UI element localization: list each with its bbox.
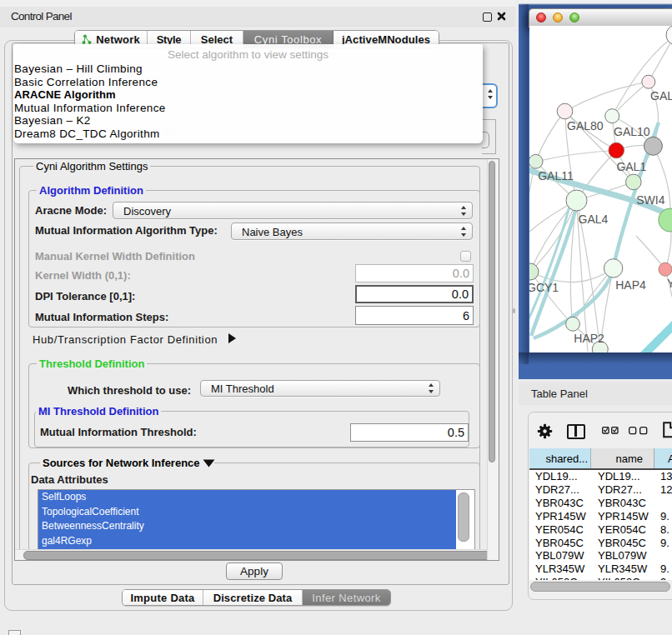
svg-text:Y: Y [667, 277, 672, 290]
svg-text:GAL1: GAL1 [616, 160, 646, 173]
svg-text:GAL: GAL [650, 89, 672, 102]
svg-text:GAL11: GAL11 [538, 169, 574, 182]
svg-text:HAP2: HAP2 [574, 332, 604, 345]
svg-text:SWI4: SWI4 [636, 193, 664, 207]
svg-text:GAL4: GAL4 [579, 212, 609, 226]
svg-text:GAL10: GAL10 [614, 125, 650, 138]
svg-text:GCY1: GCY1 [529, 281, 559, 294]
svg-text:HAP4: HAP4 [615, 278, 646, 292]
svg-text:GAL80: GAL80 [567, 119, 604, 132]
